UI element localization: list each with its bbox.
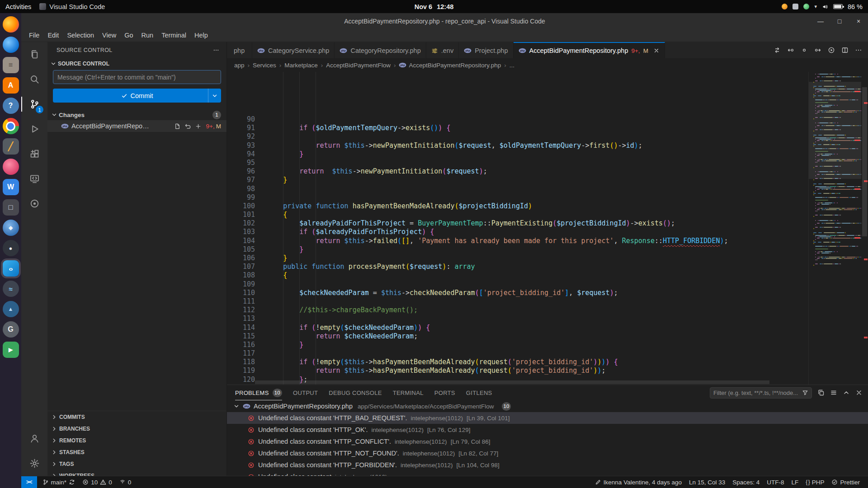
input-tray-icon[interactable] (793, 4, 798, 9)
split-icon[interactable] (839, 44, 851, 56)
dock-item-app-store[interactable]: A (3, 77, 19, 94)
maximize-button[interactable]: □ (830, 13, 849, 29)
dock-item-vscode[interactable]: ‹› (3, 260, 19, 277)
activity-extensions[interactable] (21, 141, 47, 166)
activity-settings[interactable] (21, 451, 47, 476)
breadcrumb-item[interactable]: AcceptBidPaymentFlow (326, 62, 391, 69)
section-tags[interactable]: TAGS (47, 458, 226, 470)
close-button[interactable]: × (849, 13, 868, 29)
problem-row[interactable]: Undefined class constant 'HTTP_FORBIDDEN… (227, 459, 868, 471)
minimap[interactable] (808, 72, 861, 385)
tray-caret-icon[interactable]: ▾ (814, 4, 817, 9)
open-file-icon[interactable] (174, 123, 181, 130)
section-remotes[interactable]: REMOTES (47, 435, 226, 446)
tab-project-php[interactable]: phpProject.php (459, 42, 513, 58)
status-language-mode[interactable]: { }PHP (802, 476, 828, 488)
panel-tab-problems[interactable]: PROBLEMS10 (235, 385, 282, 400)
clock[interactable]: Nov 612:48 (0, 3, 868, 10)
panel-tab-ports[interactable]: PORTS (434, 385, 455, 400)
tab-php[interactable]: php (227, 42, 252, 58)
dock-item-text-editor[interactable]: ╱ (3, 138, 19, 155)
changes-section[interactable]: Changes 1 (47, 109, 226, 120)
section-commits[interactable]: COMMITS (47, 411, 226, 423)
activities-button[interactable]: Activities (5, 3, 31, 10)
code-area[interactable]: 9091 if ($oldPaymentTempQuery->exists())… (227, 72, 808, 385)
panel-tab-output[interactable]: OUTPUT (293, 385, 318, 400)
dock-item-wike[interactable]: W (3, 179, 19, 195)
status-indentation[interactable]: Spaces: 4 (729, 476, 763, 488)
stage-icon[interactable] (195, 123, 202, 130)
list-icon[interactable] (830, 389, 837, 396)
breadcrumb-item[interactable]: phpAcceptBidPaymentRepository.php (399, 62, 501, 69)
menu-go[interactable]: Go (120, 31, 137, 40)
dock-item-screenshot-tool[interactable]: ● (3, 240, 19, 256)
dock-item-help[interactable]: ? (3, 98, 19, 114)
code-editor[interactable]: 9091 if ($oldPaymentTempQuery->exists())… (227, 72, 868, 385)
activity-run-debug[interactable] (21, 117, 47, 141)
panel-tab-debug-console[interactable]: DEBUG CONSOLE (329, 385, 382, 400)
updater-tray-icon[interactable] (782, 4, 788, 9)
open-change-icon[interactable] (798, 44, 810, 56)
problem-row[interactable]: Undefined class constant 'HTTP_BAD_REQUE… (227, 412, 868, 424)
compare-icon[interactable] (771, 44, 783, 56)
activity-gitlens[interactable] (21, 191, 47, 216)
menu-edit[interactable]: Edit (43, 31, 63, 40)
panel-tab-gitlens[interactable]: GITLENS (466, 385, 492, 400)
commit-dropdown[interactable] (208, 89, 221, 103)
minimap-slider[interactable] (809, 82, 861, 179)
changed-file-row[interactable]: phpAcceptBidPaymentRepository.php9+,M (47, 120, 226, 132)
close-panel-icon[interactable] (855, 389, 863, 396)
breadcrumb-item[interactable]: ... (509, 62, 514, 69)
tab-categoryservice-php[interactable]: phpCategoryService.php (252, 42, 335, 58)
menu-selection[interactable]: Selection (63, 31, 98, 40)
breadcrumb-item[interactable]: Services (253, 62, 276, 69)
more-icon[interactable] (852, 44, 864, 56)
problem-row[interactable]: Undefined class constant 'HTTP_NOT_FOUND… (227, 447, 868, 459)
problem-row[interactable]: Undefined class constant 'HTTP_CONFLICT'… (227, 436, 868, 447)
activity-source-control[interactable]: 1 (21, 92, 47, 117)
dock-item-docker[interactable]: ≈ (3, 281, 19, 297)
tab-acceptbidpaymentrepository-php[interactable]: phpAcceptBidPaymentRepository.php9+,M (514, 42, 665, 58)
problems-filter[interactable] (710, 387, 812, 399)
activity-explorer[interactable] (21, 42, 47, 67)
filter-icon[interactable] (802, 389, 808, 396)
menu-view[interactable]: View (98, 31, 120, 40)
dock-item-blue-app-2[interactable]: ▲ (3, 301, 19, 317)
status-encoding[interactable]: UTF-8 (763, 476, 788, 488)
sidebar-more-actions-icon[interactable] (213, 47, 219, 53)
focused-app-menu[interactable]: Visual Studio Code (39, 3, 105, 10)
section-stashes[interactable]: STASHES (47, 446, 226, 458)
section-branches[interactable]: BRANCHES (47, 423, 226, 435)
prev-change-icon[interactable] (784, 44, 797, 56)
system-tray[interactable]: ▾ 86 % (782, 3, 863, 10)
titlebar[interactable]: AcceptBidPaymentRepository.php - repo_co… (21, 13, 868, 29)
problem-row[interactable]: Undefined class constant 'HTTP_OK'.intel… (227, 424, 868, 436)
menu-run[interactable]: Run (137, 31, 158, 40)
scrollbar-slider[interactable] (862, 87, 867, 236)
minimize-button[interactable]: — (811, 13, 830, 29)
status-prettier[interactable]: Prettier (828, 476, 863, 488)
breadcrumb-item[interactable]: app (234, 62, 245, 69)
volume-icon[interactable] (822, 4, 828, 10)
dock-item-chrome[interactable] (3, 118, 19, 134)
status-branch[interactable]: main* (39, 476, 79, 488)
breadcrumb-item[interactable]: Marketplace (284, 62, 318, 69)
duplicate-icon[interactable] (817, 389, 825, 396)
horizontal-scrollbar[interactable] (255, 380, 808, 385)
dock-item-blue-app[interactable]: ◆ (3, 220, 19, 236)
menu-terminal[interactable]: Terminal (157, 31, 190, 40)
status-blame[interactable]: Ikenna Valentine, 4 days ago (591, 476, 685, 488)
leaf-tray-icon[interactable] (803, 4, 809, 9)
activity-search[interactable] (21, 67, 47, 92)
status-ports[interactable]: 0 (116, 476, 135, 488)
dock-item-displays[interactable]: □ (3, 199, 19, 216)
filter-input[interactable] (713, 389, 800, 396)
next-change-icon[interactable] (811, 44, 824, 56)
dock-item-firefox[interactable] (3, 16, 19, 33)
status-cursor-position[interactable]: Ln 15, Col 33 (685, 476, 729, 488)
tab--env[interactable]: .env (426, 42, 459, 58)
discard-icon[interactable] (184, 123, 191, 130)
dock-item-remmina[interactable] (3, 159, 19, 175)
dock-item-g-app[interactable]: G (3, 321, 19, 338)
dock-item-archive-manager[interactable]: ≡ (3, 57, 19, 73)
